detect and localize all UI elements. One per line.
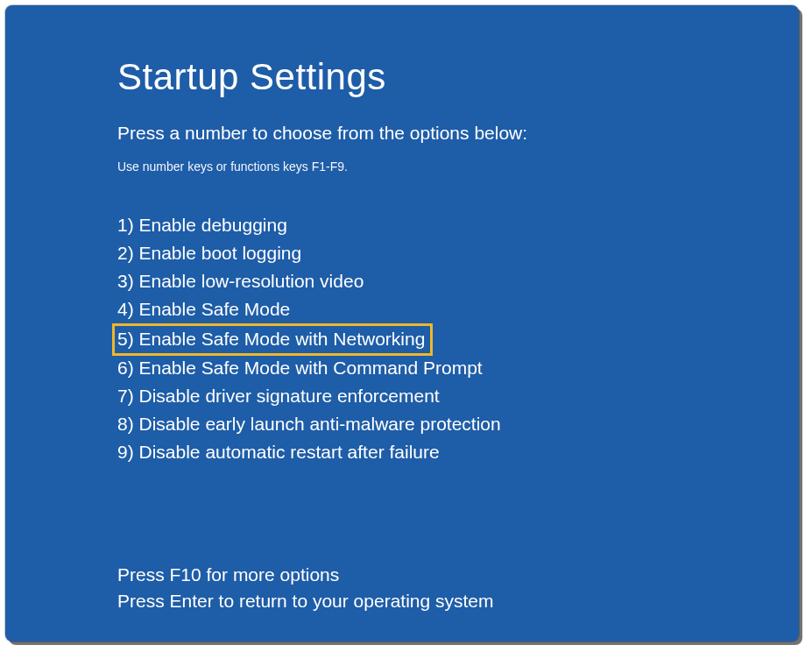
option-6-safe-mode-cmd[interactable]: 6) Enable Safe Mode with Command Prompt [117, 355, 483, 381]
startup-settings-window: Startup Settings Press a number to choos… [5, 5, 799, 641]
option-7-disable-driver-sig[interactable]: 7) Disable driver signature enforcement [117, 383, 440, 409]
option-2-boot-logging[interactable]: 2) Enable boot logging [117, 240, 301, 266]
option-8-disable-antimalware[interactable]: 8) Disable early launch anti-malware pro… [117, 411, 501, 437]
hint-text: Use number keys or functions keys F1-F9. [117, 159, 799, 174]
prompt-text: Press a number to choose from the option… [117, 123, 799, 144]
footer-return: Press Enter to return to your operating … [117, 588, 799, 614]
option-4-safe-mode[interactable]: 4) Enable Safe Mode [117, 296, 290, 322]
footer-more-options: Press F10 for more options [117, 562, 799, 588]
option-1-debugging[interactable]: 1) Enable debugging [117, 212, 287, 238]
option-3-low-res-video[interactable]: 3) Enable low-resolution video [117, 268, 364, 294]
option-9-disable-auto-restart[interactable]: 9) Disable automatic restart after failu… [117, 439, 440, 465]
page-title: Startup Settings [117, 56, 799, 98]
option-5-safe-mode-networking[interactable]: 5) Enable Safe Mode with Networking [112, 323, 433, 356]
options-list: 1) Enable debugging 2) Enable boot loggi… [117, 212, 799, 467]
